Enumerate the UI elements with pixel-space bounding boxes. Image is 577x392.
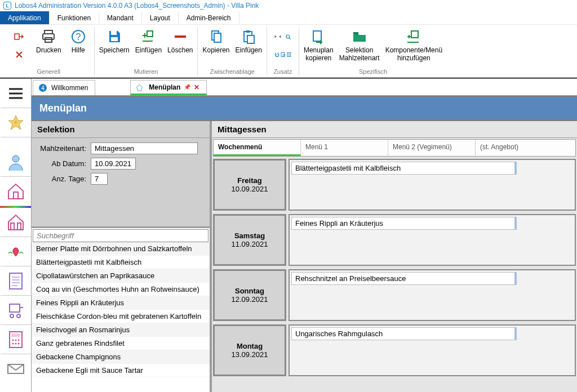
left-iconbar: + — [0, 79, 32, 392]
menuplan-kopieren-button[interactable]: Menuplan kopieren — [304, 28, 334, 63]
selection-title: Selektion — [32, 121, 210, 138]
sidebar-home2[interactable] — [1, 208, 31, 237]
day-header[interactable]: Samstag 11.09.2021 — [213, 214, 286, 266]
svg-rect-6 — [111, 37, 118, 41]
sidebar-calculator[interactable] — [1, 325, 31, 354]
ribbon-group-label: Zwischenablage — [210, 67, 255, 76]
sidebar-home1[interactable] — [1, 177, 31, 206]
day-header[interactable]: Sonntag 12.09.2021 — [213, 269, 286, 321]
copy-plan-icon — [310, 28, 327, 45]
titlebar: L Lobos4 Administration Version 4.0.0 A3… — [0, 0, 577, 11]
printer-icon — [40, 28, 57, 45]
menu-applikation[interactable]: Applikation — [0, 11, 50, 24]
paste-icon — [240, 28, 257, 45]
paste-label: Einfügen — [236, 46, 262, 54]
menu-mandant[interactable]: Mandant — [99, 11, 142, 24]
svg-point-34 — [15, 342, 16, 344]
undo-zoom-icon — [274, 46, 291, 63]
dish-field[interactable]: Rehschnitzel an Preiselbeersauce — [291, 272, 517, 285]
abdatum-field[interactable]: 10.09.2021 — [91, 158, 136, 170]
paste-button[interactable]: Einfügen — [236, 28, 262, 54]
svg-rect-25 — [10, 304, 20, 312]
copy-button[interactable]: Kopieren — [202, 28, 229, 54]
svg-rect-24 — [10, 273, 22, 289]
tab-label: Menüplan — [149, 83, 180, 91]
dish-field[interactable]: Feines Rippli an Kräuterjus — [291, 217, 517, 230]
sidebar-mail[interactable] — [1, 354, 31, 384]
left-panel: Selektion Mahlzeitenart: Mittagessen Ab … — [32, 121, 212, 392]
svg-rect-13 — [247, 35, 254, 43]
selection-form: Mahlzeitenart: Mittagessen Ab Datum: 10.… — [32, 138, 210, 226]
column-wochenmenue[interactable]: Wochenmenü — [214, 140, 301, 156]
list-item[interactable]: Cipollatawürstchen an Paprikasauce — [32, 269, 210, 283]
day-content: Feines Rippli an Kräuterjus — [288, 214, 576, 266]
svg-point-14 — [286, 35, 290, 38]
list-item[interactable]: Gebackene Champignons — [32, 350, 210, 364]
copy-icon — [208, 28, 225, 45]
menubar: Applikation Funktionen Mandant Layout Ad… — [0, 11, 577, 25]
svg-rect-7 — [147, 31, 153, 37]
day-date: 11.09.2021 — [231, 240, 268, 248]
tab-menueplan[interactable]: Menüplan 📌 ✕ — [130, 80, 207, 95]
list-item[interactable]: Feines Rippli an Kräuterjus — [32, 296, 210, 310]
sidebar-person[interactable] — [1, 148, 31, 177]
search-input[interactable] — [33, 229, 208, 242]
svg-rect-23 — [14, 192, 18, 199]
sidebar-document[interactable] — [1, 266, 31, 296]
list-item[interactable]: Blätterteigpastetli mit Kalbfleisch — [32, 256, 210, 269]
ribbon-group-label: Generell — [37, 67, 61, 76]
delete-button[interactable]: Löschen — [167, 28, 193, 54]
sidebar-favorites[interactable]: + — [1, 108, 31, 137]
ribbon-group-spezifisch: Menuplan kopieren Selektion Mahlzeitenar… — [299, 27, 447, 76]
chef-hat-icon — [135, 82, 145, 92]
column-menu2[interactable]: Menü 2 (Vegimenü) — [388, 140, 476, 156]
komponente-hinzufuegen-button[interactable]: Komponente/Menü hinzufügen — [385, 28, 442, 63]
column-st-angebot[interactable]: (st. Angebot) — [476, 140, 575, 156]
day-header[interactable]: Montag 13.09.2021 — [213, 324, 286, 376]
logo-icon: 4 — [38, 83, 48, 93]
day-name: Samstag — [234, 231, 265, 240]
anztage-field[interactable]: 7 — [91, 173, 108, 185]
menu-layout[interactable]: Layout — [142, 11, 179, 24]
tab-willkommen[interactable]: 4 Willkommen — [33, 80, 95, 95]
dish-field[interactable]: Ungarisches Rahmgulasch — [291, 327, 517, 340]
insert-icon — [140, 28, 157, 45]
day-row: Samstag 11.09.2021 Feines Rippli an Kräu… — [213, 214, 576, 266]
help-label: Hilfe — [72, 46, 85, 54]
split-panel: Selektion Mahlzeitenart: Mittagessen Ab … — [32, 121, 577, 392]
exit-button[interactable] — [8, 28, 30, 63]
list-item[interactable]: Fleischvogel an Rosmarinjus — [32, 323, 210, 337]
sidebar-hands[interactable] — [1, 237, 31, 266]
help-button[interactable]: ? Hilfe — [67, 28, 90, 54]
save-button[interactable]: Speichern — [99, 28, 130, 54]
svg-text:?: ? — [76, 32, 81, 42]
close-icon[interactable]: ✕ — [194, 83, 199, 91]
list-item[interactable]: Gebackene Egli mit Sauce Tartar — [32, 364, 210, 377]
day-header[interactable]: Freitag 10.09.2021 — [213, 159, 286, 211]
sidebar-hamburger[interactable] — [1, 79, 31, 108]
list-item[interactable]: Ganz gebratenes Rindsfilet — [32, 337, 210, 350]
selektion-mahlzeitenart-button[interactable]: Selektion Mahlzeitenart — [339, 28, 380, 63]
svg-rect-12 — [246, 30, 250, 33]
day-name: Sonntag — [235, 287, 264, 295]
dish-field[interactable]: Blätterteigpastetli mit Kalbfleisch — [291, 162, 517, 175]
days-list: Freitag 10.09.2021 Blätterteigpastetli m… — [212, 158, 577, 392]
nav-button[interactable] — [272, 28, 294, 63]
print-button[interactable]: Drucken — [36, 28, 61, 54]
page-title: Menüplan — [32, 96, 577, 121]
svg-rect-29 — [11, 333, 20, 337]
list-item[interactable]: Coq au vin (Geschmortes Huhn an Rotweins… — [32, 283, 210, 296]
column-menu1[interactable]: Menü 1 — [301, 140, 388, 156]
svg-text:4: 4 — [41, 85, 45, 91]
sidebar-cart[interactable] — [1, 296, 31, 325]
day-name: Montag — [237, 342, 263, 350]
list-item[interactable]: Fleischkäse Cordon-bleu mit gebratenen K… — [32, 310, 210, 323]
pin-icon[interactable]: 📌 — [184, 84, 190, 90]
menu-admin-bereich[interactable]: Admin-Bereich — [179, 11, 239, 24]
abdatum-label: Ab Datum: — [37, 159, 91, 168]
list-item[interactable]: Berner Platte mit Dörrbohnen und Salzkar… — [32, 242, 210, 256]
menu-funktionen[interactable]: Funktionen — [50, 11, 99, 24]
insert-button[interactable]: Einfügen — [135, 28, 162, 54]
svg-text:+: + — [14, 119, 17, 127]
mahlzeitenart-field[interactable]: Mittagessen — [91, 142, 198, 154]
